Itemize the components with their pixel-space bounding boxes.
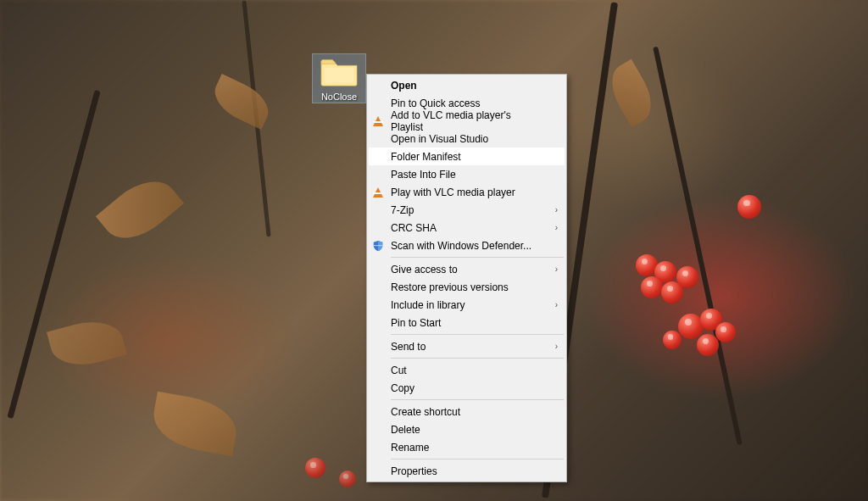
- menu-item-label: Open in Visual Studio: [391, 133, 488, 145]
- menu-item-label: Restore previous versions: [391, 281, 509, 293]
- menu-item-label: Pin to Quick access: [391, 97, 480, 109]
- menu-item-paste-into-file[interactable]: Paste Into File: [369, 165, 565, 183]
- menu-item-label: Pin to Start: [391, 317, 441, 329]
- menu-item-label: Include in library: [391, 299, 465, 311]
- menu-item-label: Delete: [391, 424, 420, 436]
- menu-item-label: Create shortcut: [391, 406, 460, 418]
- menu-item-label: Copy: [391, 382, 415, 394]
- menu-item-label: Scan with Windows Defender...: [391, 240, 531, 252]
- menu-separator: [391, 358, 564, 359]
- menu-item-include-library[interactable]: Include in library›: [369, 296, 565, 314]
- menu-item-delete[interactable]: Delete: [369, 420, 565, 438]
- windows-defender-shield-icon: [371, 239, 385, 253]
- vlc-icon: [371, 186, 385, 199]
- menu-item-properties[interactable]: Properties: [369, 462, 565, 480]
- menu-item-label: Paste Into File: [391, 169, 456, 181]
- menu-item-label: Folder Manifest: [391, 151, 461, 163]
- menu-item-label: Send to: [391, 341, 426, 353]
- menu-item-label: Play with VLC media player: [391, 186, 515, 198]
- menu-item-seven-zip[interactable]: 7-Zip›: [369, 201, 565, 219]
- menu-item-label: Give access to: [391, 264, 458, 276]
- menu-item-pin-start[interactable]: Pin to Start: [369, 314, 565, 331]
- menu-item-open-visual-studio[interactable]: Open in Visual Studio: [369, 130, 565, 148]
- menu-separator: [391, 257, 564, 258]
- menu-item-crc-sha[interactable]: CRC SHA›: [369, 219, 565, 237]
- menu-item-vlc-play[interactable]: Play with VLC media player: [369, 183, 565, 201]
- menu-item-open[interactable]: Open: [369, 76, 565, 94]
- vlc-icon: [371, 114, 385, 128]
- menu-separator: [391, 459, 564, 459]
- menu-item-cut[interactable]: Cut: [369, 361, 565, 379]
- menu-item-create-shortcut[interactable]: Create shortcut: [369, 403, 565, 420]
- menu-item-folder-manifest[interactable]: Folder Manifest: [369, 148, 565, 165]
- menu-item-scan-defender[interactable]: Scan with Windows Defender...: [369, 237, 565, 254]
- submenu-arrow-icon: ›: [555, 205, 558, 214]
- menu-item-label: Rename: [391, 442, 429, 454]
- svg-rect-0: [325, 68, 354, 82]
- folder-context-menu: OpenPin to Quick accessAdd to VLC media …: [366, 74, 567, 482]
- menu-item-restore-previous[interactable]: Restore previous versions: [369, 278, 565, 296]
- menu-item-give-access-to[interactable]: Give access to›: [369, 260, 565, 278]
- submenu-arrow-icon: ›: [555, 300, 558, 309]
- menu-item-label: 7-Zip: [391, 204, 414, 216]
- menu-item-label: CRC SHA: [391, 222, 437, 234]
- desktop-folder-noclose[interactable]: NoClose: [313, 54, 365, 103]
- menu-item-label: Properties: [391, 465, 437, 477]
- menu-item-rename[interactable]: Rename: [369, 438, 565, 456]
- menu-item-vlc-add-playlist[interactable]: Add to VLC media player's Playlist: [369, 112, 565, 130]
- desktop-folder-label: NoClose: [319, 91, 359, 103]
- menu-item-label: Cut: [391, 365, 407, 376]
- submenu-arrow-icon: ›: [555, 264, 558, 274]
- submenu-arrow-icon: ›: [555, 223, 558, 232]
- menu-item-send-to[interactable]: Send to›: [369, 337, 565, 355]
- menu-separator: [391, 399, 564, 400]
- folder-icon: [320, 54, 359, 88]
- menu-separator: [391, 334, 564, 335]
- menu-item-copy[interactable]: Copy: [369, 379, 565, 397]
- submenu-arrow-icon: ›: [555, 342, 558, 351]
- svg-rect-1: [374, 245, 383, 246]
- menu-item-label: Open: [391, 80, 417, 92]
